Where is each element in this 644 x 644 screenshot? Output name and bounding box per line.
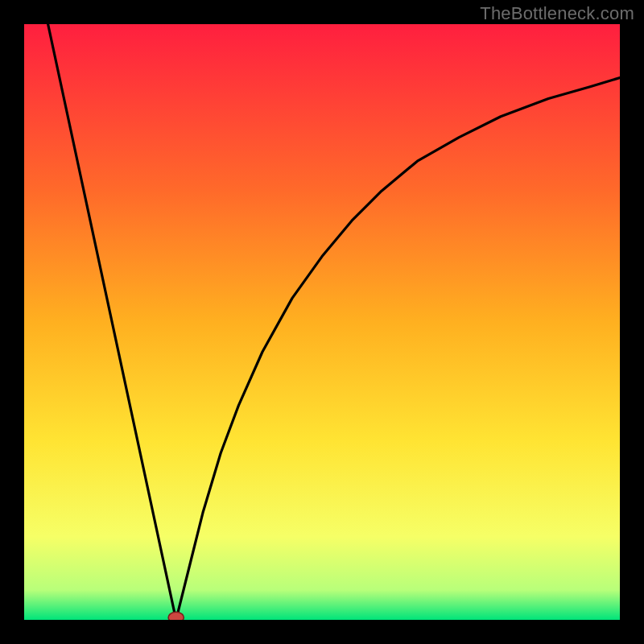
optimum-marker	[24, 24, 620, 620]
plot-area	[24, 24, 620, 620]
chart-frame: TheBottleneck.com	[0, 0, 644, 644]
attribution-text: TheBottleneck.com	[480, 3, 634, 24]
svg-point-1	[168, 612, 184, 620]
